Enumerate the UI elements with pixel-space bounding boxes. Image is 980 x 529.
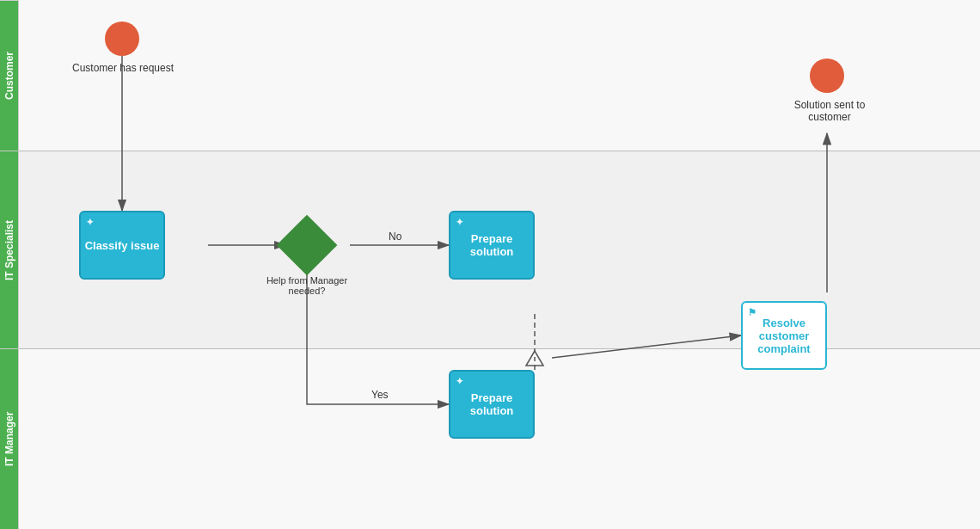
prepare-solution-top-task[interactable]: ✦ Prepare solution	[449, 211, 535, 280]
task-icon-resolve: ⚑	[748, 307, 756, 318]
gateway-label: Help from Manager needed?	[251, 275, 363, 296]
task-icon-classify: ✦	[86, 217, 94, 228]
solution-sent-label: Solution sent to customer	[774, 99, 885, 123]
lane-label-customer: Customer	[0, 0, 18, 151]
resolve-complaint-task[interactable]: ⚑ Resolve customer complaint	[741, 301, 827, 370]
diagram-container: Customer IT Specialist IT Manager	[0, 0, 980, 529]
classify-issue-task[interactable]: ✦ Classify issue	[79, 211, 165, 280]
yes-label: Yes	[371, 389, 389, 401]
task-icon-prepare-bottom: ✦	[456, 376, 463, 387]
diagram-main: Customer has request ✦ Classify issue He…	[19, 0, 980, 529]
lane-divider-2	[19, 348, 980, 349]
task-icon-prepare-top: ✦	[456, 217, 463, 228]
customer-request-label: Customer has request	[72, 62, 174, 74]
lane-label-it-specialist: IT Specialist	[0, 151, 18, 348]
end-event	[810, 58, 844, 93]
no-label: No	[389, 231, 401, 243]
start-event	[105, 22, 139, 56]
lane-label-it-manager: IT Manager	[0, 348, 18, 529]
lane-divider-1	[19, 151, 980, 151]
swimlane-labels: Customer IT Specialist IT Manager	[0, 0, 19, 529]
prepare-solution-bottom-task[interactable]: ✦ Prepare solution	[449, 370, 535, 439]
